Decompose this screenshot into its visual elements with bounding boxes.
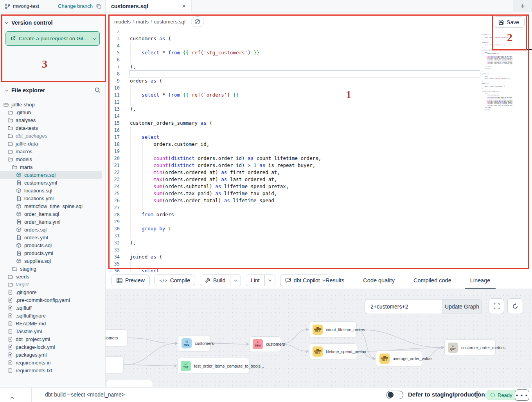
code-line-17[interactable]: 17 select — [106, 134, 532, 141]
code-line-27[interactable]: 27 — [106, 204, 532, 211]
lineage-node-stg_customers[interactable]: ⊡MDLstg_customers — [106, 329, 128, 346]
code-line-5[interactable]: 5 select * from {{ ref('stg_customers') … — [106, 49, 532, 56]
tree-item-macros[interactable]: macros — [0, 147, 105, 155]
code-line-20[interactable]: 20 count(distinct orders.order_id) as co… — [106, 155, 532, 162]
tree-item-target[interactable]: target — [0, 280, 105, 288]
build-options-chevron[interactable] — [230, 275, 241, 286]
code-line-10[interactable]: 10 — [106, 84, 532, 92]
tab-code-quality[interactable]: Code quality — [362, 272, 395, 289]
code-line-13[interactable]: 13), — [106, 106, 532, 113]
explore-docs-button[interactable] — [191, 16, 204, 27]
file-explorer-header[interactable]: File explorer — [0, 83, 105, 97]
more-options-button[interactable]: ● ● ● — [515, 389, 529, 401]
tree-item-marts[interactable]: marts — [0, 163, 105, 171]
lineage-node-customer_order_metrics[interactable]: ⊟QRYcustomer_order_metrics — [444, 339, 496, 356]
dbt-copilot-button[interactable]: dbt Copilot — [280, 275, 330, 286]
code-line-9[interactable]: 9orders as ( — [106, 77, 532, 84]
lineage-node-test_order_items[interactable]: ☑TSTtest_order_items_compute_to_bools... — [177, 358, 250, 374]
tree-item-requirements-in[interactable]: requirements.in — [0, 359, 105, 366]
tree-item-requirements-txt[interactable]: requirements.txt — [0, 366, 105, 374]
save-button[interactable]: Save — [493, 16, 525, 28]
tree-item-dbt-packages[interactable]: dbt_packages — [0, 132, 105, 140]
code-line-32[interactable]: 32), — [106, 239, 532, 246]
compile-button[interactable]: </> Compile — [155, 275, 195, 286]
tree-item-customers-sql[interactable]: customers.sql — [0, 171, 102, 179]
code-line-22[interactable]: 22 min(orders.ordered_at) as first_order… — [106, 169, 532, 176]
tree-item-staging[interactable]: staging — [0, 265, 105, 273]
preview-button[interactable]: Preview — [111, 275, 150, 286]
search-icon[interactable] — [95, 87, 101, 93]
copy-icon[interactable] — [96, 4, 101, 9]
lineage-node-clipped_node[interactable] — [106, 380, 153, 387]
code-line-6[interactable]: 6 — [106, 56, 532, 63]
code-line-4[interactable]: 4 — [106, 42, 532, 49]
code-line-23[interactable]: 23 max(orders.ordered_at) as last_ordere… — [106, 176, 532, 183]
code-line-8[interactable]: 8 — [106, 70, 532, 77]
tree-item-supplies-sql[interactable]: supplies.sql — [0, 257, 105, 265]
code-line-11[interactable]: 11 select * from {{ ref('orders') }} — [106, 92, 532, 99]
code-line-12[interactable]: 12 — [106, 99, 532, 106]
code-line-14[interactable]: 14 — [106, 113, 532, 120]
code-line-2[interactable]: 2 — [106, 31, 532, 35]
lint-options-chevron[interactable] — [264, 275, 275, 286]
tree-item-dbt-project-yml[interactable]: dbt_project.yml — [0, 335, 105, 343]
lineage-node-count_lifetime_orders[interactable]: ▂▅▃METcount_lifetime_orders — [309, 321, 357, 337]
defer-toggle[interactable] — [386, 391, 403, 399]
tab-customers-sql[interactable]: customers.sql × — [106, 0, 192, 12]
tree-item-locations-sql[interactable]: locations.sql — [0, 187, 105, 194]
tree-item-seeds[interactable]: seeds — [0, 273, 105, 280]
code-line-30[interactable]: 30 group by 1 — [106, 225, 532, 232]
build-button[interactable]: Build — [200, 275, 230, 286]
tree-item--pre-commit-config-yaml[interactable]: .pre-commit-config.yaml — [0, 296, 105, 304]
tree-item-jaffle-data[interactable]: jaffle-data — [0, 140, 105, 147]
code-line-28[interactable]: 28 from orders — [106, 211, 532, 218]
version-control-header[interactable]: Version control — [0, 16, 105, 30]
code-line-29[interactable]: 29 — [106, 218, 532, 225]
lineage-selector-input[interactable] — [365, 299, 442, 314]
fullscreen-button[interactable] — [489, 298, 504, 314]
code-line-16[interactable]: 16 — [106, 127, 532, 134]
pr-options-chevron[interactable] — [89, 32, 99, 45]
tree-item-products-yml[interactable]: products.yml — [0, 249, 105, 257]
tree-item-models[interactable]: models — [0, 155, 105, 163]
tree-item-jaffle-shop[interactable]: jaffle-shop — [0, 100, 105, 108]
code-line-36[interactable]: 36 select — [106, 267, 532, 272]
code-line-35[interactable]: 35 — [106, 260, 532, 267]
code-line-24[interactable]: 24 sum(orders.subtotal) as lifetime_spen… — [106, 183, 532, 190]
tree-item-locations-yml[interactable]: locations.yml — [0, 194, 105, 202]
breadcrumb-part[interactable]: marts — [136, 19, 149, 25]
create-pull-request-button[interactable]: Create a pull request on Git... — [5, 31, 100, 46]
tree-item-package-lock-yml[interactable]: package-lock.yml — [0, 343, 105, 351]
tree-item-customers-yml[interactable]: customers.yml — [0, 179, 105, 187]
tab-compiled-code[interactable]: Compiled code — [413, 272, 452, 289]
breadcrumb-part[interactable]: customers.sql — [154, 19, 185, 25]
tree-item-taskfile-yml[interactable]: Taskfile.yml — [0, 327, 105, 335]
tree-item-order-items-yml[interactable]: order_items.yml — [0, 218, 105, 226]
tree-item-readme-md[interactable]: README.md — [0, 319, 105, 327]
code-line-15[interactable]: 15customer_orders_summary as ( — [106, 120, 532, 127]
close-icon[interactable]: × — [182, 3, 186, 9]
tree-item-packages-yml[interactable]: packages.yml — [0, 351, 105, 359]
tree-item-metricflow-time-spine-sql[interactable]: metricflow_time_spine.sql — [0, 202, 105, 210]
minimap[interactable]: customers as ( select * from {{ ref('stg… — [482, 33, 512, 112]
new-tab-button[interactable]: + — [513, 0, 532, 13]
command-input[interactable]: dbt build --select <model_name> — [45, 391, 125, 398]
tree-item-orders-yml[interactable]: orders.yml — [0, 233, 105, 241]
code-line-26[interactable]: 26 sum(orders.order_total) as lifetime_s… — [106, 197, 532, 204]
tree-item-orders-sql[interactable]: orders.sql — [0, 226, 105, 233]
lineage-node-lifetime_spend_pretax[interactable]: ▂▅▃METlifetime_spend_pretax — [309, 343, 357, 359]
tree-item-analyses[interactable]: analyses — [0, 116, 105, 124]
lineage-node-customers_sem[interactable]: ⅄SEMcustomers — [249, 336, 281, 352]
code-line-25[interactable]: 25 sum(orders.tax_paid) as lifetime_tax_… — [106, 190, 532, 197]
help-icon[interactable]: ? — [474, 391, 480, 398]
update-graph-button[interactable]: Update Graph — [442, 299, 482, 314]
code-editor[interactable]: 23customers as (45 select * from {{ ref(… — [106, 31, 532, 272]
lineage-node-customers_mdl[interactable]: ⊡MDLcustomers — [178, 335, 210, 352]
tree-item-data-tests[interactable]: data-tests — [0, 124, 105, 132]
code-line-7[interactable]: 7), — [106, 63, 532, 70]
code-line-33[interactable]: 33 — [106, 246, 532, 253]
breadcrumb-part[interactable]: models — [114, 19, 131, 25]
refresh-button[interactable] — [507, 298, 523, 314]
tab-lineage[interactable]: Lineage — [469, 272, 491, 289]
lineage-node-average_order_value[interactable]: ▂▅▃METaverage_order_value — [376, 350, 422, 367]
